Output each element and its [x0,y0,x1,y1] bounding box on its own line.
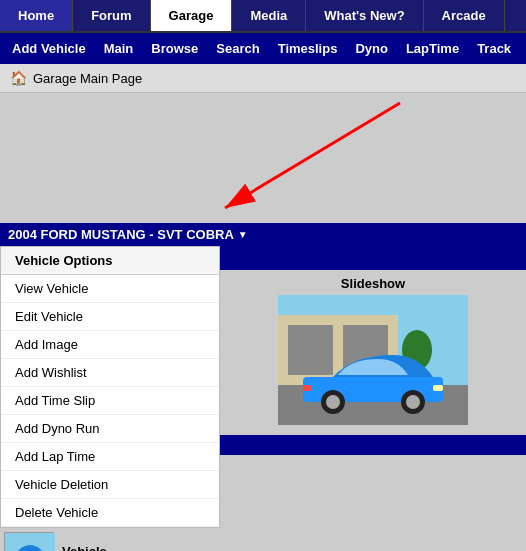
subnav-timeslips[interactable]: Timeslips [270,39,346,58]
slideshow-container: Slideshow [220,270,526,431]
vehicle-dropdown-bar[interactable]: 2004 FORD MUSTANG - SVT COBRA ▼ [0,223,526,246]
dropdown-arrow-icon: ▼ [238,229,248,240]
arrow-area [0,93,526,223]
sub-nav: Add Vehicle Main Browse Search Timeslips… [0,33,526,64]
nav-arcade[interactable]: Arcade [424,0,505,31]
content-row: Vehicle Options View Vehicle Edit Vehicl… [0,246,526,528]
nav-whats-new[interactable]: What's New? [306,0,423,31]
nav-garage[interactable]: Garage [151,0,233,31]
slideshow-title: Slideshow [226,276,520,291]
menu-item-add-lap-time[interactable]: Add Lap Time [1,443,219,471]
svg-rect-15 [433,385,443,391]
svg-point-14 [406,395,420,409]
svg-line-1 [225,103,400,208]
right-panel: Slideshow [220,246,526,528]
menu-item-add-image[interactable]: Add Image [1,331,219,359]
subnav-search[interactable]: Search [208,39,267,58]
breadcrumb-text: Garage Main Page [33,71,142,86]
nav-home[interactable]: Home [0,0,73,31]
subnav-track[interactable]: Track [469,39,519,58]
top-nav: Home Forum Garage Media What's New? Arca… [0,0,526,33]
subnav-dyno[interactable]: Dyno [347,39,396,58]
blue-bar-top [220,246,526,270]
vehicle-thumbnail [4,532,54,551]
dropdown-menu: Vehicle Options View Vehicle Edit Vehicl… [0,246,220,528]
vehicle-title: 2004 FORD MUSTANG - SVT COBRA [8,227,234,242]
breadcrumb: 🏠 Garage Main Page [0,64,526,93]
vehicle-section-label: Vehicle [62,544,107,552]
main-area: 2004 FORD MUSTANG - SVT COBRA ▼ Vehicle … [0,93,526,551]
menu-item-edit-vehicle[interactable]: Edit Vehicle [1,303,219,331]
nav-forum[interactable]: Forum [73,0,150,31]
menu-item-add-wishlist[interactable]: Add Wishlist [1,359,219,387]
svg-rect-16 [303,385,311,391]
dropdown-header: Vehicle Options [1,247,219,275]
subnav-add-vehicle[interactable]: Add Vehicle [4,39,94,58]
subnav-main[interactable]: Main [96,39,142,58]
menu-item-delete-vehicle[interactable]: Delete Vehicle [1,499,219,527]
svg-rect-5 [288,325,333,375]
menu-item-add-time-slip[interactable]: Add Time Slip [1,387,219,415]
nav-media[interactable]: Media [232,0,306,31]
blue-bar-bottom [220,435,526,455]
vehicle-section: Vehicle [0,528,526,551]
subnav-browse[interactable]: Browse [143,39,206,58]
menu-item-vehicle-deletion[interactable]: Vehicle Deletion [1,471,219,499]
left-panel: Vehicle Options View Vehicle Edit Vehicl… [0,246,220,528]
svg-point-12 [326,395,340,409]
home-icon[interactable]: 🏠 [10,70,27,86]
subnav-laptime[interactable]: LapTime [398,39,467,58]
menu-item-view-vehicle[interactable]: View Vehicle [1,275,219,303]
menu-item-add-dyno-run[interactable]: Add Dyno Run [1,415,219,443]
car-image [278,295,468,425]
